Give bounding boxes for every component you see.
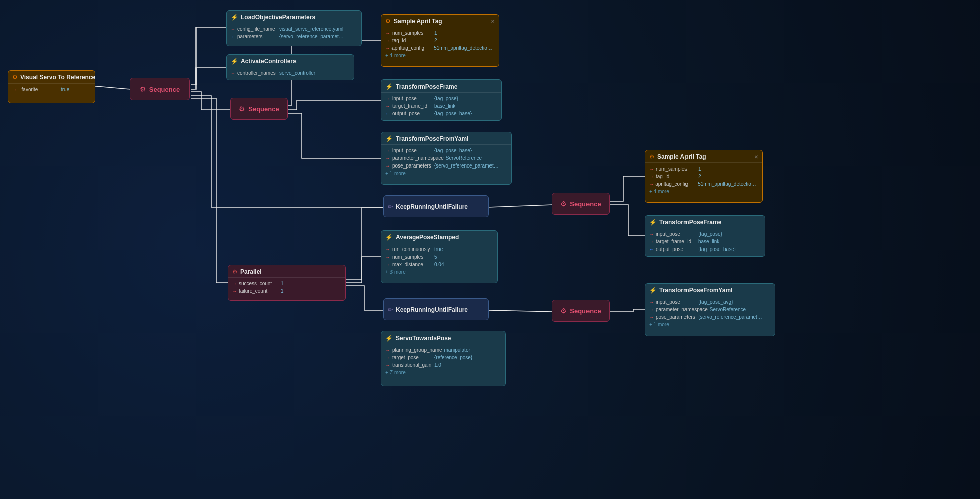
field-value: {servo_reference_parameters} bbox=[698, 314, 763, 320]
field-value: 0.04 bbox=[434, 262, 444, 267]
field-value: servo_controller bbox=[279, 70, 315, 76]
field-key: max_distance bbox=[392, 262, 432, 267]
arrow: → bbox=[385, 148, 390, 153]
field-key: num_samples bbox=[392, 30, 432, 36]
action-icon: ⚡ bbox=[385, 83, 393, 90]
more-link[interactable]: + 3 more bbox=[385, 268, 493, 276]
arrow: → bbox=[385, 156, 390, 161]
transform-pose-frame-node-2: ⚡ TransformPoseFrame → input_pose {tag_p… bbox=[645, 215, 765, 257]
root-node: ⚙ Visual Servo To Reference → _favorite … bbox=[8, 70, 95, 103]
field-value: {tag_pose_avg} bbox=[698, 299, 733, 305]
pencil-icon: ✏ bbox=[388, 306, 393, 313]
close-icon[interactable]: ✕ bbox=[491, 19, 495, 24]
sequence-node-1[interactable]: ⚙ Sequence bbox=[130, 78, 190, 100]
transform-pose-yaml-node-2: ⚡ TransformPoseFromYaml → input_pose {ta… bbox=[645, 283, 775, 336]
node-title: KeepRunningUntilFailure bbox=[396, 306, 468, 313]
arrow: → bbox=[649, 307, 654, 312]
close-icon[interactable]: ✕ bbox=[754, 154, 758, 160]
node-title: TransformPoseFromYaml bbox=[659, 287, 732, 294]
field-key: output_pose bbox=[656, 246, 696, 252]
transform-pose-yaml-node-1: ⚡ TransformPoseFromYaml → input_pose {ta… bbox=[381, 132, 512, 185]
servo-towards-pose-node: ⚡ ServoTowardsPose → planning_group_name… bbox=[381, 331, 506, 386]
field-value: {tag_pose_base} bbox=[698, 246, 736, 252]
field-value: 51mm_apriltag_detection_con bbox=[434, 45, 495, 51]
field-key: translational_gain bbox=[392, 362, 432, 368]
arrow: → bbox=[649, 182, 653, 187]
field-value: true bbox=[61, 87, 69, 92]
field-value: base_link bbox=[434, 103, 455, 109]
field-key: run_continuously bbox=[392, 246, 432, 252]
arrow: → bbox=[649, 315, 654, 320]
sequence-node-2[interactable]: ⚙ Sequence bbox=[230, 98, 288, 120]
arrow: → bbox=[232, 281, 237, 286]
field-key: target_frame_id bbox=[392, 103, 432, 109]
activate-controllers-node: ⚡ ActivateControllers → controller_names… bbox=[226, 54, 354, 80]
arrow: → bbox=[385, 363, 390, 368]
arrow: ← bbox=[385, 111, 390, 116]
more-link[interactable]: + 4 more bbox=[649, 188, 758, 195]
node-title: Parallel bbox=[240, 268, 262, 275]
field-key: input_pose bbox=[392, 148, 432, 153]
action-icon: ⚡ bbox=[385, 234, 393, 241]
field-value: {tag_pose_base} bbox=[434, 148, 472, 153]
node-title: ServoTowardsPose bbox=[396, 335, 451, 342]
field-value: {reference_pose} bbox=[434, 355, 472, 360]
sequence-icon: ⚙ bbox=[239, 105, 245, 113]
keep-running-node-1: ✏ KeepRunningUntilFailure bbox=[383, 195, 489, 217]
field-key: apriltag_config bbox=[391, 45, 432, 51]
node-title: KeepRunningUntilFailure bbox=[396, 203, 468, 210]
node-title: TransformPoseFrame bbox=[659, 219, 721, 226]
field-value: {tag_pose_base} bbox=[434, 111, 472, 116]
arrow: → bbox=[385, 255, 390, 260]
arrow: → bbox=[385, 262, 390, 267]
action-icon: ⚡ bbox=[231, 14, 238, 21]
field-value: ServoReference bbox=[446, 155, 482, 161]
arrow: → bbox=[385, 96, 390, 101]
field-value: 1.0 bbox=[434, 362, 441, 368]
more-link[interactable]: + 1 more bbox=[649, 321, 771, 328]
field-key: parameter_namespace bbox=[656, 307, 708, 312]
field-key: parameters bbox=[237, 34, 277, 39]
more-link[interactable]: + 1 more bbox=[385, 170, 507, 177]
arrow: → bbox=[385, 46, 389, 51]
field-key: num_samples bbox=[392, 254, 432, 260]
root-title: Visual Servo To Reference bbox=[20, 74, 95, 81]
sample-icon: ⚙ bbox=[649, 153, 655, 160]
arrow: → bbox=[649, 239, 654, 244]
action-icon: ⚡ bbox=[385, 135, 393, 142]
more-link[interactable]: + 7 more bbox=[385, 369, 501, 376]
field-key: failure_count bbox=[239, 288, 279, 294]
action-icon: ⚡ bbox=[231, 58, 238, 65]
sequence-icon: ⚙ bbox=[560, 200, 567, 208]
field-value: 1 bbox=[434, 30, 437, 36]
arrow: → bbox=[385, 348, 390, 353]
arrow: → bbox=[385, 247, 390, 252]
more-link[interactable]: + 4 more bbox=[385, 52, 495, 59]
field-value: 1 bbox=[698, 166, 701, 172]
root-icon: ⚙ bbox=[12, 74, 18, 81]
arrow: → bbox=[649, 167, 654, 172]
field-key: target_frame_id bbox=[656, 239, 696, 244]
sequence-node-4[interactable]: ⚙ Sequence bbox=[552, 300, 610, 322]
arrow: → bbox=[232, 289, 237, 294]
sample-icon: ⚙ bbox=[385, 18, 391, 25]
load-objective-node: ⚡ LoadObjectiveParameters → config_file_… bbox=[226, 10, 362, 46]
field-key: target_pose bbox=[392, 355, 432, 360]
field-key: planning_group_name bbox=[392, 347, 442, 353]
average-pose-node: ⚡ AveragePoseStamped → run_continuously … bbox=[381, 230, 498, 283]
field-key: apriltag_config bbox=[655, 181, 696, 187]
action-icon: ⚡ bbox=[649, 219, 657, 226]
field-key: output_pose bbox=[392, 111, 432, 116]
field-key: config_file_name bbox=[237, 26, 277, 32]
arrow-out: → bbox=[231, 27, 235, 32]
field-value: 5 bbox=[434, 254, 437, 260]
parallel-icon: ⚙ bbox=[232, 268, 238, 275]
field-key: parameter_namespace bbox=[392, 155, 444, 161]
sequence-label: Sequence bbox=[570, 200, 601, 208]
field-value: 2 bbox=[434, 38, 437, 43]
sample-april-tag-node-2: ⚙ Sample April Tag ✕ → num_samples 1 → t… bbox=[645, 150, 763, 203]
sequence-node-3[interactable]: ⚙ Sequence bbox=[552, 193, 610, 215]
field-key: _favorite bbox=[19, 87, 59, 92]
field-key: num_samples bbox=[656, 166, 696, 172]
sequence-icon: ⚙ bbox=[140, 85, 146, 93]
